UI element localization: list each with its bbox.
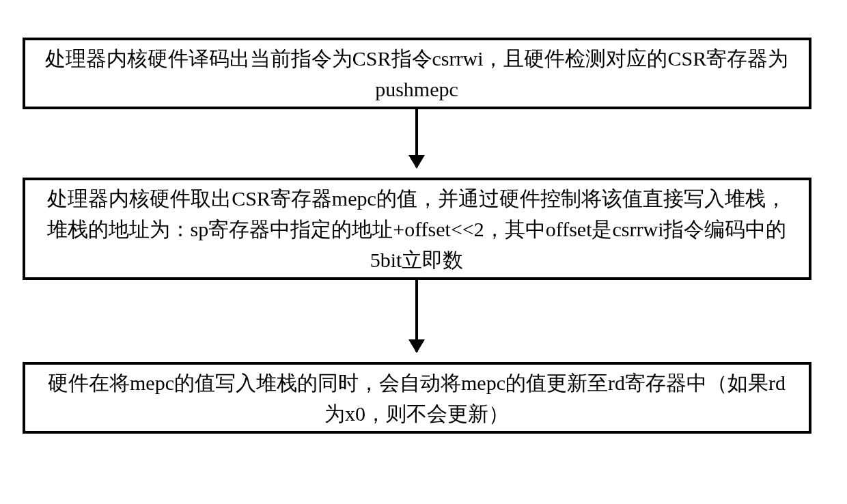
flowchart-step-2: 处理器内核硬件取出CSR寄存器mepc的值，并通过硬件控制将该值直接写入堆栈，堆… (23, 178, 811, 280)
flowchart-step-3-text: 硬件在将mepc的值写入堆栈的同时，会自动将mepc的值更新至rd寄存器中（如果… (39, 367, 795, 429)
arrow-container-2 (20, 280, 813, 362)
flowchart-step-3: 硬件在将mepc的值写入堆栈的同时，会自动将mepc的值更新至rd寄存器中（如果… (23, 362, 811, 434)
flowchart-step-1: 处理器内核硬件译码出当前指令为CSR指令csrrwi，且硬件检测对应的CSR寄存… (23, 38, 811, 109)
arrow-down-icon (415, 109, 418, 167)
flowchart-container: 处理器内核硬件译码出当前指令为CSR指令csrrwi，且硬件检测对应的CSR寄存… (20, 38, 813, 434)
arrow-down-icon (415, 280, 418, 352)
flowchart-step-1-text: 处理器内核硬件译码出当前指令为CSR指令csrrwi，且硬件检测对应的CSR寄存… (39, 43, 795, 104)
arrow-container-1 (20, 109, 813, 178)
flowchart-step-2-text: 处理器内核硬件取出CSR寄存器mepc的值，并通过硬件控制将该值直接写入堆栈，堆… (39, 183, 795, 275)
